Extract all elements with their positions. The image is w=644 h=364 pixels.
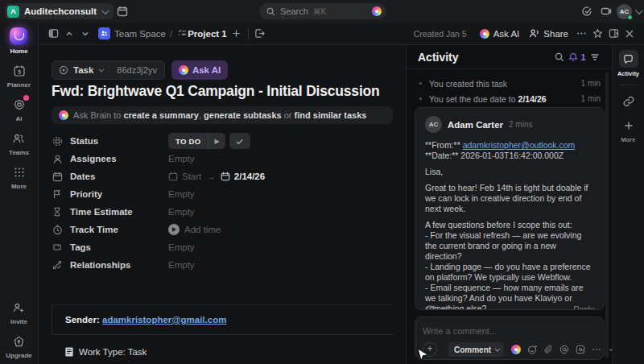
complete-task-button[interactable] — [229, 133, 250, 149]
composer-more-icon[interactable] — [589, 342, 604, 357]
ask-brain-bar[interactable]: Ask Brain to create a summary, generate … — [52, 106, 393, 124]
sidebar-toggle-icon[interactable] — [45, 26, 61, 42]
teams-icon — [10, 130, 27, 147]
ai-flower-icon[interactable] — [372, 6, 382, 16]
reply-arrow-icon[interactable] — [444, 304, 454, 311]
field-row-tags: Tags Empty — [52, 238, 393, 256]
task-ask-ai-button[interactable]: Ask AI — [171, 60, 228, 80]
home-icon — [10, 27, 27, 45]
mention-icon[interactable] — [557, 342, 572, 357]
close-icon[interactable] — [621, 26, 638, 42]
comment-body: **From:** adamkristopher@outlook.com **D… — [425, 140, 594, 310]
sidebar-item-invite[interactable]: Invite — [10, 300, 27, 325]
rail-tab-activity[interactable]: Activity — [617, 50, 639, 77]
status-icon — [52, 136, 63, 147]
brain-create-summary[interactable]: create a summary — [123, 110, 199, 120]
quick-create-icon[interactable] — [578, 2, 596, 20]
priority-flag-icon — [52, 189, 63, 199]
expand-panel-icon[interactable] — [605, 26, 621, 42]
attachment-icon[interactable] — [541, 342, 555, 357]
prev-task-chevron-icon[interactable] — [61, 26, 77, 42]
invite-icon — [10, 300, 27, 316]
upgrade-icon — [10, 333, 27, 350]
share-button[interactable]: Share — [524, 26, 573, 41]
priority-value[interactable]: Empty — [168, 189, 195, 199]
planner-calendar-icon: 5 — [11, 63, 27, 79]
comment-type-selector[interactable]: Comment — [448, 342, 504, 357]
brain-generate-subtasks[interactable]: generate subtasks — [204, 110, 282, 120]
assignees-value[interactable]: Empty — [168, 154, 195, 163]
brain-find-similar[interactable]: find similar tasks — [295, 110, 367, 120]
breadcrumb-project[interactable]: Project 1 — [188, 29, 227, 39]
created-date: Created Jan 5 — [414, 29, 467, 39]
relationships-value[interactable]: Empty — [168, 260, 195, 270]
sidebar-item-home[interactable]: Home — [10, 27, 27, 55]
add-emoji-icon[interactable] — [525, 342, 539, 357]
rail-add-icon[interactable] — [620, 117, 638, 134]
next-status-arrow-icon[interactable]: ▶ — [208, 133, 225, 149]
more-options-icon[interactable] — [573, 26, 589, 42]
ai-flower-icon[interactable] — [509, 342, 523, 357]
workspace-avatar: A — [7, 6, 19, 18]
sidebar-item-more[interactable]: More — [11, 164, 27, 190]
task-type-button[interactable]: Task — [52, 65, 109, 75]
scrollbar[interactable] — [605, 72, 609, 358]
sender-email-link[interactable]: adamkristopher@gmail.com — [102, 315, 226, 325]
start-date[interactable]: Start — [168, 172, 201, 181]
field-row-dates: Dates Start → 2/14/26 — [52, 168, 393, 185]
dates-value[interactable]: Start → 2/14/26 — [168, 172, 265, 181]
task-mention-icon[interactable] — [573, 342, 588, 357]
reply-button[interactable]: Reply — [573, 305, 594, 311]
app-sidebar: Home 5 Planner AI Teams More — [0, 23, 39, 364]
team-space-avatar[interactable] — [98, 27, 110, 39]
ai-flower-icon — [59, 110, 68, 120]
sidebar-item-teams[interactable]: Teams — [9, 130, 29, 156]
field-row-relationships: Relationships Empty — [52, 256, 393, 274]
activity-search-icon[interactable] — [551, 49, 568, 65]
sidebar-item-planner[interactable]: 5 Planner — [7, 63, 31, 89]
ask-ai-button[interactable]: Ask AI — [475, 27, 525, 41]
calendar-icon[interactable] — [114, 2, 131, 20]
assignee-icon — [52, 154, 63, 164]
tag-icon — [52, 242, 63, 252]
due-date[interactable]: 2/14/26 — [221, 172, 265, 181]
tags-value[interactable]: Empty — [168, 242, 195, 252]
task-id[interactable]: 86dz3j2yv — [109, 65, 164, 75]
time-estimate-value[interactable]: Empty — [168, 207, 195, 217]
task-title[interactable]: Fwd: Brightwave Q1 Campaign - Initial Di… — [52, 83, 393, 100]
clipboard-icon — [64, 346, 74, 357]
chevron-down-icon — [99, 66, 105, 72]
list-icon — [176, 26, 188, 42]
workspace-switcher[interactable]: A Auditechconsult — [5, 3, 114, 19]
ai-flower-icon — [179, 65, 188, 75]
sidebar-item-ai[interactable]: AI — [11, 97, 27, 122]
chevron-down-icon — [101, 6, 109, 14]
notifications-bell[interactable]: 1 — [568, 49, 586, 65]
open-in-view-icon[interactable] — [252, 26, 268, 42]
next-task-chevron-icon[interactable] — [77, 26, 93, 42]
comment-from-email-link[interactable]: adamkristopher@outlook.com — [463, 140, 576, 150]
comment-author[interactable]: Adam Carter — [448, 120, 503, 130]
add-time-button[interactable]: Add time — [168, 224, 221, 235]
field-row-track-time: Track Time Add time — [52, 221, 393, 238]
composer-add-button[interactable]: + — [423, 342, 437, 357]
clip-record-icon[interactable] — [597, 2, 615, 20]
bell-count: 1 — [580, 52, 585, 62]
search-input[interactable]: Search ⌘K — [259, 3, 386, 19]
event-time: 1 min — [581, 94, 601, 103]
calendar-icon — [168, 172, 178, 181]
favorite-star-icon[interactable] — [589, 26, 605, 42]
workspace-name: Auditechconsult — [24, 6, 97, 16]
account-chevron-icon[interactable] — [635, 6, 643, 14]
add-tab-icon[interactable] — [229, 26, 245, 42]
app-window: A Auditechconsult Search ⌘K AC — [0, 0, 644, 364]
sidebar-item-upgrade[interactable]: Upgrade — [6, 333, 31, 359]
breadcrumb-space[interactable]: Team Space — [114, 29, 166, 39]
filter-icon[interactable] — [586, 49, 604, 65]
activity-bubble-icon — [619, 50, 638, 68]
comment-input[interactable] — [423, 326, 597, 336]
status-pill[interactable]: TO DO ▶ — [168, 133, 225, 149]
user-avatar[interactable]: AC — [617, 4, 632, 19]
link-icon[interactable] — [620, 93, 638, 110]
add-reaction-icon[interactable] — [425, 304, 436, 311]
